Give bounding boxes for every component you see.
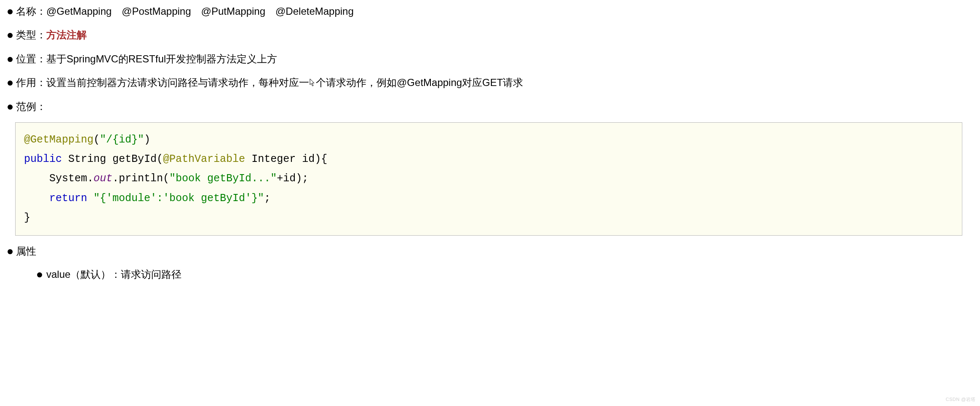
main-list: 名称：@GetMapping @PostMapping @PutMapping … [8,3,972,115]
cursor-icon [309,78,316,87]
type-value: 方法注解 [46,29,87,40]
list-item-type: 类型：方法注解 [8,27,972,43]
list-item-example: 范例： [8,99,972,115]
sub-attr-list: value（默认）：请求访问路径 [37,266,972,282]
list-item-effect: 作用：设置当前控制器方法请求访问路径与请求动作，每种对应一个请求动作，例如@Ge… [8,75,972,91]
bullet-icon [8,33,13,38]
type-label: 类型： [16,29,46,40]
code-annotation: @GetMapping [24,134,93,146]
bullet-icon [8,105,13,110]
bullet-icon [8,249,13,254]
effect-label: 作用： [16,77,46,88]
name-label: 名称： [16,5,46,17]
sub-attribute-text: value（默认）：请求访问路径 [46,266,182,282]
list-item-attribute: 属性 value（默认）：请求访问路径 [8,243,972,288]
name-value: @GetMapping @PostMapping @PutMapping @De… [46,5,354,17]
attr-list: 属性 value（默认）：请求访问路径 [8,243,972,288]
effect-value-2: 个请求动作，例如@GetMapping对应GET请求 [316,77,523,88]
list-item-name: 名称：@GetMapping @PostMapping @PutMapping … [8,3,972,19]
bullet-icon [37,272,42,277]
position-label: 位置： [16,53,46,65]
bullet-icon [8,81,13,86]
effect-value-1: 设置当前控制器方法请求访问路径与请求动作，每种对应一 [46,77,309,88]
bullet-icon [8,57,13,62]
code-example: @GetMapping("/{id}") public String getBy… [15,122,962,236]
bullet-icon [8,9,13,14]
attribute-label: 属性 [16,245,36,257]
list-item-position: 位置：基于SpringMVC的RESTful开发控制器方法定义上方 [8,51,972,67]
position-value: 基于SpringMVC的RESTful开发控制器方法定义上方 [46,53,277,65]
example-label: 范例： [16,101,46,112]
sub-list-item: value（默认）：请求访问路径 [37,266,972,282]
